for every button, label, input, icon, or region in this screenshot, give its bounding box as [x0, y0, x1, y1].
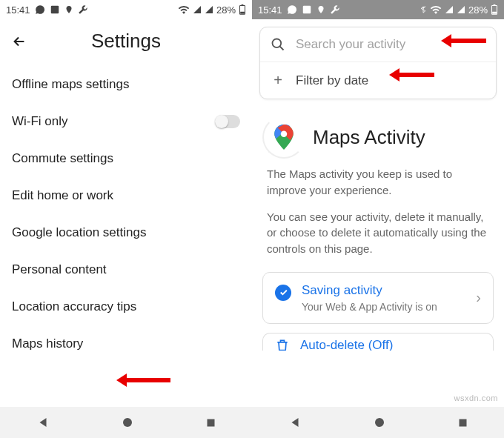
card-title: Auto-delete (Off) [300, 338, 393, 351]
maps-activity-header: Maps Activity [252, 99, 504, 166]
svg-rect-5 [207, 419, 214, 426]
settings-list: Offline maps settings Wi-Fi only Commute… [0, 66, 252, 362]
chevron-right-icon: › [476, 289, 481, 306]
nav-home-icon[interactable] [122, 417, 133, 428]
svg-rect-8 [494, 4, 496, 5]
battery-pct: 28% [468, 4, 488, 16]
wifi-only-item[interactable]: Wi-Fi only [3, 103, 249, 140]
signal2-icon [457, 5, 465, 14]
image-icon [50, 4, 60, 15]
svg-point-4 [123, 418, 132, 427]
item-label: Personal content [12, 262, 107, 277]
item-label: Google location settings [12, 225, 146, 240]
item-label: Location accuracy tips [12, 299, 136, 314]
search-icon [271, 37, 285, 52]
filter-by-date-row[interactable]: + Filter by date [260, 62, 496, 99]
offline-maps-settings-item[interactable]: Offline maps settings [3, 66, 249, 103]
item-label: Maps history [12, 336, 83, 351]
location-icon [64, 4, 73, 15]
item-label: Wi-Fi only [12, 114, 68, 129]
status-bar: 15:41 28% [0, 0, 252, 19]
nav-recent-icon[interactable] [205, 417, 216, 428]
plus-icon: + [271, 72, 285, 89]
location-icon [316, 4, 325, 15]
nav-back-icon[interactable] [36, 416, 50, 429]
google-location-item[interactable]: Google location settings [3, 214, 249, 251]
svg-rect-6 [302, 6, 311, 14]
svg-point-10 [273, 39, 282, 48]
card-subtitle: Your Web & App Activity is on [302, 301, 465, 313]
item-label: Commute settings [12, 151, 113, 166]
filter-label: Filter by date [296, 73, 368, 88]
signal1-icon [193, 5, 202, 14]
app-header: Settings [0, 19, 252, 66]
svg-rect-0 [50, 6, 59, 14]
clock: 15:41 [258, 4, 282, 16]
description-1: The Maps activity you keep is used to im… [252, 166, 504, 209]
battery-pct: 28% [216, 4, 236, 16]
trash-icon [275, 338, 290, 351]
page-title: Maps Activity [313, 126, 425, 149]
annotation-arrow [393, 73, 434, 77]
signal2-icon [205, 5, 213, 14]
nav-back-icon[interactable] [288, 416, 302, 429]
wrench-icon [330, 4, 340, 15]
item-label: Edit home or work [12, 188, 113, 203]
bluetooth-icon [420, 4, 427, 15]
whatsapp-icon [287, 4, 297, 15]
description-2: You can see your activity, delete it man… [252, 209, 504, 268]
svg-rect-13 [459, 419, 466, 426]
battery-icon [239, 4, 246, 15]
card-title: Saving activity [302, 283, 465, 298]
watermark: wsxdn.com [454, 394, 498, 402]
nav-bar [252, 407, 504, 438]
annotation-arrow [120, 378, 170, 382]
battery-icon [491, 4, 498, 15]
svg-point-12 [375, 418, 384, 427]
signal1-icon [445, 5, 454, 14]
image-icon [302, 4, 312, 15]
commute-settings-item[interactable]: Commute settings [3, 140, 249, 177]
nav-home-icon[interactable] [374, 417, 385, 428]
status-bar: 15:41 28% [252, 0, 504, 19]
wifi-only-switch[interactable] [215, 115, 240, 128]
google-maps-icon [267, 120, 301, 154]
search-card: + Filter by date [259, 27, 497, 99]
item-label: Offline maps settings [12, 77, 129, 92]
annotation-arrow [445, 39, 486, 43]
svg-rect-9 [492, 12, 497, 14]
wifi-icon [430, 5, 442, 14]
clock: 15:41 [6, 4, 30, 16]
check-circle-icon [275, 285, 291, 301]
location-accuracy-item[interactable]: Location accuracy tips [3, 288, 249, 325]
search-row[interactable] [260, 27, 496, 62]
whatsapp-icon [35, 4, 45, 15]
maps-history-item[interactable]: Maps history [3, 325, 249, 362]
auto-delete-card[interactable]: Auto-delete (Off) [262, 333, 494, 351]
svg-rect-3 [240, 12, 245, 14]
wrench-icon [78, 4, 88, 15]
svg-rect-2 [242, 4, 244, 5]
wifi-icon [178, 5, 190, 14]
edit-home-work-item[interactable]: Edit home or work [3, 177, 249, 214]
page-title: Settings [9, 30, 243, 53]
nav-recent-icon[interactable] [457, 417, 468, 428]
settings-screen: 15:41 28% Settings Offline maps settings… [0, 0, 252, 438]
saving-activity-card[interactable]: Saving activity Your Web & App Activity … [262, 272, 494, 324]
nav-bar [0, 407, 252, 438]
maps-activity-screen: 15:41 28% + Filter by date [252, 0, 504, 438]
personal-content-item[interactable]: Personal content [3, 251, 249, 288]
